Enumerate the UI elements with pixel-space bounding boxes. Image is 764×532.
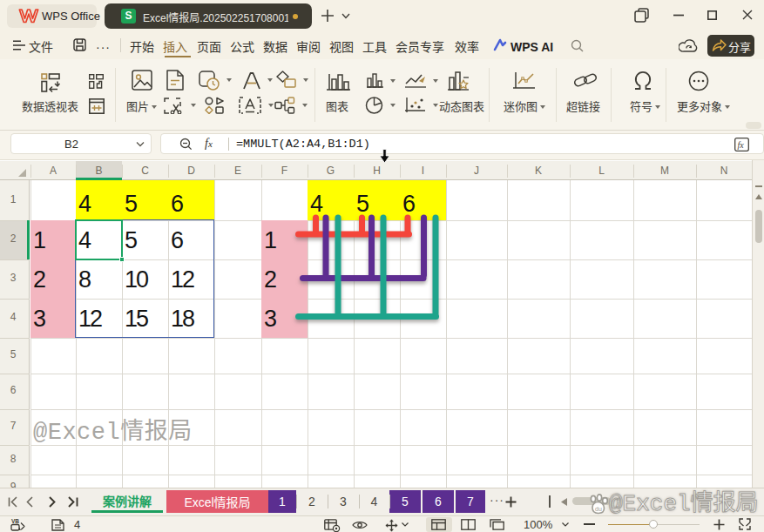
svg-text:VB: VB [11, 518, 19, 524]
svg-text:fx: fx [737, 140, 744, 150]
svg-text:du: du [595, 506, 602, 512]
